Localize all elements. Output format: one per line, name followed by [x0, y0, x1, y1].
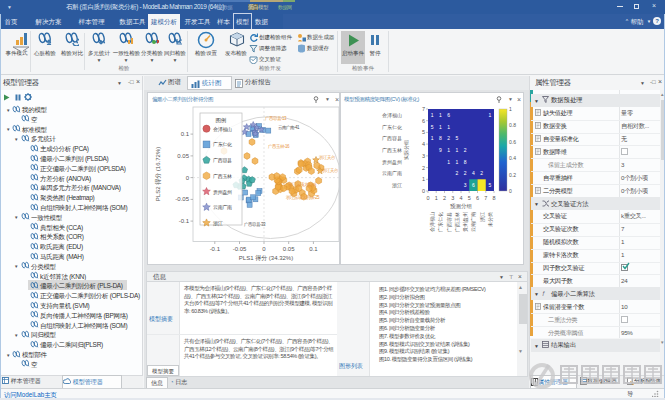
svg-text:1: 1 [447, 159, 450, 165]
svg-text:5: 5 [431, 124, 434, 130]
svg-text:7: 7 [422, 106, 425, 112]
svg-text:4: 4 [422, 141, 425, 147]
svg-text:预测分组: 预测分组 [450, 203, 473, 210]
svg-text:浙江乐清大荆镇: 浙江乐清大荆镇 [287, 182, 317, 187]
svg-text:广东仁化: 广东仁化 [382, 124, 402, 131]
svg-text:广西玉林: 广西玉林 [454, 212, 461, 232]
svg-text:1: 1 [422, 176, 425, 182]
svg-text:0.05: 0.05 [283, 246, 295, 252]
svg-text:0.05: 0.05 [177, 153, 189, 159]
svg-text:1: 1 [447, 147, 450, 153]
svg-text:贵州盘州: 贵州盘州 [462, 212, 468, 232]
svg-text:3: 3 [464, 182, 467, 188]
svg-text:云南广南: 云南广南 [470, 212, 476, 232]
svg-text:8: 8 [464, 159, 467, 165]
svg-text:0.6: 0.6 [509, 139, 516, 145]
svg-text:5: 5 [422, 129, 425, 135]
svg-text:1: 1 [431, 135, 434, 141]
svg-text:0.1: 0.1 [309, 246, 318, 252]
svg-text:1: 1 [489, 112, 492, 118]
svg-text:6: 6 [422, 118, 425, 124]
svg-text:广西容县-13: 广西容县-13 [265, 115, 287, 121]
svg-text:广西玉林: 广西玉林 [382, 147, 402, 154]
svg-text:0.1: 0.1 [181, 131, 190, 137]
svg-text:PLS2 得分 (16.72%): PLS2 得分 (16.72%) [154, 147, 162, 201]
svg-text:浙江乐清大荆镇-25: 浙江乐清大荆镇-25 [285, 195, 320, 200]
svg-text:0: 0 [186, 175, 190, 181]
svg-text:会泽福山: 会泽福山 [429, 212, 436, 232]
svg-text:2: 2 [443, 195, 446, 201]
svg-text:1: 1 [435, 195, 438, 201]
svg-text:3: 3 [451, 195, 454, 201]
svg-text:浙江天台: 浙江天台 [318, 155, 335, 160]
svg-text:广东仁化: 广东仁化 [437, 212, 444, 232]
svg-text:5: 5 [489, 182, 492, 188]
svg-text:广西容县: 广西容县 [382, 135, 402, 142]
svg-text:1: 1 [509, 106, 512, 112]
svg-text:-0.1: -0.1 [210, 246, 221, 252]
svg-text:4: 4 [472, 170, 475, 176]
svg-text:9: 9 [439, 147, 442, 153]
svg-text:浙江: 浙江 [213, 220, 223, 227]
svg-text:未分类: 未分类 [487, 212, 493, 227]
svg-text:浙江天台: 浙江天台 [321, 168, 338, 173]
svg-text:0.2: 0.2 [509, 172, 516, 178]
svg-text:浙江: 浙江 [479, 212, 486, 222]
svg-text:7: 7 [484, 195, 487, 201]
svg-text:贵州盘州: 贵州盘州 [213, 189, 232, 195]
svg-text:广东仁化: 广东仁化 [213, 141, 232, 148]
svg-text:1: 1 [447, 124, 450, 130]
svg-text:2: 2 [456, 170, 459, 176]
svg-text:1: 1 [439, 112, 442, 118]
svg-text:0: 0 [422, 188, 425, 194]
svg-text:广西玉林: 广西玉林 [213, 173, 232, 180]
svg-text:2: 2 [480, 170, 483, 176]
svg-text:2: 2 [422, 165, 425, 171]
svg-text:5: 5 [456, 135, 459, 141]
svg-text:-0.05: -0.05 [233, 246, 247, 252]
svg-text:2: 2 [447, 135, 450, 141]
svg-text:图例: 图例 [216, 117, 227, 124]
svg-text:2: 2 [464, 170, 467, 176]
svg-text:广西玉林-16: 广西玉林-16 [268, 143, 290, 149]
svg-text:广西容县: 广西容县 [446, 212, 453, 232]
svg-text:8: 8 [492, 195, 495, 201]
svg-text:1: 1 [439, 124, 442, 130]
svg-text:3: 3 [422, 153, 425, 159]
svg-text:2: 2 [464, 147, 467, 153]
svg-text:6: 6 [476, 195, 479, 201]
svg-text:4: 4 [459, 195, 462, 201]
svg-text:1: 1 [456, 147, 459, 153]
svg-text:0.8: 0.8 [509, 122, 516, 128]
svg-text:云南广南-41: 云南广南-41 [278, 125, 300, 130]
svg-text:0: 0 [262, 246, 266, 252]
svg-text:PLS1 得分 (34.32%): PLS1 得分 (34.32%) [239, 254, 293, 262]
svg-text:-0.05: -0.05 [175, 196, 189, 202]
svg-text:6: 6 [472, 182, 475, 188]
svg-text:-0.1: -0.1 [179, 218, 190, 224]
svg-text:会泽福山: 会泽福山 [213, 126, 232, 133]
svg-text:8: 8 [439, 135, 442, 141]
svg-text:云南广南: 云南广南 [382, 170, 402, 176]
svg-text:浙江: 浙江 [392, 182, 402, 189]
svg-text:会泽福山: 会泽福山 [382, 112, 402, 119]
svg-text:广西容县: 广西容县 [213, 157, 232, 164]
svg-text:贵州盘州: 贵州盘州 [382, 159, 402, 165]
svg-text:云南广南: 云南广南 [213, 204, 232, 210]
svg-text:0.4: 0.4 [509, 155, 516, 161]
svg-text:广西容县-33: 广西容县-33 [244, 221, 266, 227]
svg-text:1: 1 [431, 112, 434, 118]
svg-text:实际分组: 实际分组 [403, 140, 410, 160]
svg-text:1: 1 [456, 159, 459, 165]
svg-text:0: 0 [509, 188, 512, 194]
svg-text:6: 6 [447, 112, 450, 118]
svg-text:0: 0 [426, 195, 429, 201]
svg-text:5: 5 [468, 195, 471, 201]
